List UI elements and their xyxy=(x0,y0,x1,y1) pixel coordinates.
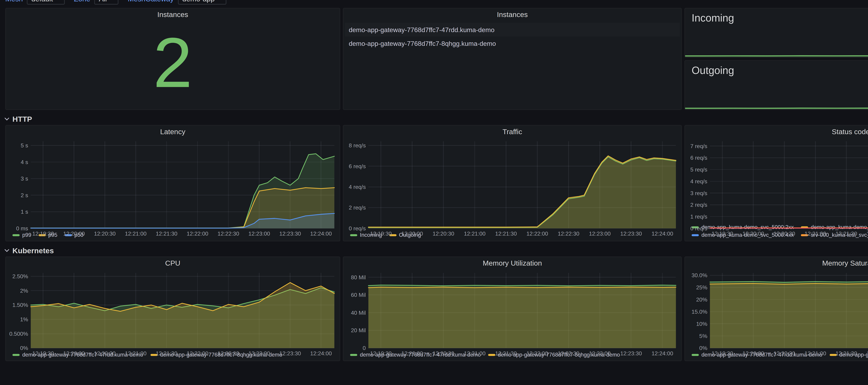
svg-text:12:20:00: 12:20:00 xyxy=(401,350,423,356)
outgoing-title[interactable]: Outgoing xyxy=(692,65,734,76)
panel-title[interactable]: Memory Utilization xyxy=(344,257,681,269)
svg-text:2.50%: 2.50% xyxy=(12,273,28,280)
svg-text:2%: 2% xyxy=(20,288,28,294)
panel-cpu: CPU 0%0.500%1%1.50%2%2.50%12:19:3012:20:… xyxy=(5,256,340,361)
instance-row[interactable]: demo-app-gateway-7768d7ffc7-47rdd.kuma-d… xyxy=(345,23,680,37)
svg-text:12:21:00: 12:21:00 xyxy=(125,350,147,356)
svg-text:3 req/s: 3 req/s xyxy=(690,190,707,196)
panel-title[interactable]: Memory Saturation xyxy=(685,257,868,269)
svg-text:12:23:00: 12:23:00 xyxy=(589,350,611,356)
svg-text:12:22:00: 12:22:00 xyxy=(867,230,868,237)
svg-text:0%: 0% xyxy=(699,345,707,351)
filter-mesh-dropdown[interactable]: default xyxy=(27,0,65,4)
svg-text:12:24:00: 12:24:00 xyxy=(310,230,332,237)
svg-text:80 Mil: 80 Mil xyxy=(351,274,366,281)
chevron-down-icon xyxy=(4,116,9,120)
svg-text:12:20:00: 12:20:00 xyxy=(63,230,85,237)
svg-text:12:24:00: 12:24:00 xyxy=(652,230,673,237)
svg-text:12:19:30: 12:19:30 xyxy=(712,230,733,237)
outgoing-sparkline[interactable] xyxy=(685,82,868,109)
panel-title[interactable]: CPU xyxy=(6,257,340,269)
overview-row: Instances 2 Instances demo-app-gateway-7… xyxy=(0,8,868,110)
svg-text:6 req/s: 6 req/s xyxy=(349,163,366,169)
svg-text:12:23:00: 12:23:00 xyxy=(248,350,270,356)
filter-mesh-label[interactable]: Mesh xyxy=(5,0,23,3)
memory-saturation-chart[interactable]: 0%5%10%15.0%20%25%30.0%12:19:3012:20:001… xyxy=(685,269,868,351)
svg-text:12:24:00: 12:24:00 xyxy=(310,350,332,356)
svg-text:20%: 20% xyxy=(696,296,707,303)
svg-text:0 ms: 0 ms xyxy=(16,225,28,231)
svg-text:12:22:30: 12:22:30 xyxy=(218,230,239,237)
incoming-title[interactable]: Incoming xyxy=(692,12,734,24)
instance-row[interactable]: demo-app-gateway-7768d7ffc7-8qhgg.kuma-d… xyxy=(345,37,680,50)
filter-meshgateway: MeshGateway demo-app xyxy=(128,0,226,4)
svg-text:0: 0 xyxy=(363,345,366,351)
svg-text:12:21:30: 12:21:30 xyxy=(836,230,857,237)
svg-text:12:19:30: 12:19:30 xyxy=(370,230,392,237)
memory-utilization-chart[interactable]: 020 Mil40 Mil60 Mil80 Mil12:19:3012:20:0… xyxy=(344,269,681,351)
panel-title[interactable]: Traffic xyxy=(344,126,681,138)
svg-text:12:22:30: 12:22:30 xyxy=(558,230,580,237)
svg-text:4 s: 4 s xyxy=(21,159,28,165)
cpu-chart[interactable]: 0%0.500%1%1.50%2%2.50%12:19:3012:20:0012… xyxy=(6,269,340,351)
panel-title[interactable]: Status codes xyxy=(685,126,868,138)
svg-text:12:23:30: 12:23:30 xyxy=(279,230,301,237)
panel-title[interactable]: Latency xyxy=(6,126,340,138)
instances-table: demo-app-gateway-7768d7ffc7-47rdd.kuma-d… xyxy=(344,21,681,53)
traffic-chart[interactable]: 0 req/s2 req/s4 req/s6 req/s8 req/s12:19… xyxy=(344,138,681,231)
dashboard-filters: Mesh default Zone All MeshGateway demo-a… xyxy=(5,0,226,6)
svg-text:1%: 1% xyxy=(20,316,28,322)
row-title: HTTP xyxy=(12,115,32,123)
filter-mesh-value: default xyxy=(31,0,53,3)
svg-text:12:23:30: 12:23:30 xyxy=(279,350,301,356)
filter-meshgateway-value: demo-app xyxy=(182,0,215,3)
filter-mesh: Mesh default xyxy=(5,0,65,4)
filter-zone-label[interactable]: Zone xyxy=(74,0,90,3)
svg-text:25%: 25% xyxy=(696,284,707,291)
grafana-dashboard: Mesh default Zone All MeshGateway demo-a… xyxy=(0,0,868,385)
row-header-http[interactable]: HTTP xyxy=(5,115,868,123)
filter-zone-dropdown[interactable]: All xyxy=(94,0,119,4)
svg-text:0 req/s: 0 req/s xyxy=(349,225,366,231)
svg-text:12:22:00: 12:22:00 xyxy=(526,350,548,356)
svg-text:12:24:00: 12:24:00 xyxy=(652,350,673,356)
svg-text:12:21:00: 12:21:00 xyxy=(804,350,826,356)
svg-text:5%: 5% xyxy=(699,333,707,339)
svg-text:12:21:30: 12:21:30 xyxy=(495,350,517,356)
svg-text:12:19:30: 12:19:30 xyxy=(32,230,54,237)
svg-text:12:22:00: 12:22:00 xyxy=(526,230,548,237)
svg-text:10%: 10% xyxy=(696,321,707,327)
svg-text:4 req/s: 4 req/s xyxy=(690,178,707,185)
svg-text:12:23:00: 12:23:00 xyxy=(248,230,270,237)
svg-text:12:21:30: 12:21:30 xyxy=(495,230,517,237)
status-codes-chart[interactable]: 0 req/s1 req/s2 req/s3 req/s4 req/s5 req… xyxy=(685,138,868,223)
svg-text:12:23:30: 12:23:30 xyxy=(620,230,642,237)
svg-text:12:23:30: 12:23:30 xyxy=(620,350,642,356)
svg-text:12:20:00: 12:20:00 xyxy=(401,230,423,237)
svg-text:12:21:00: 12:21:00 xyxy=(464,350,486,356)
row-title: Kubernetes xyxy=(12,246,54,254)
panel-title[interactable]: Instances xyxy=(344,8,681,21)
svg-text:12:23:00: 12:23:00 xyxy=(589,230,611,237)
panel-title[interactable]: Instances xyxy=(6,8,340,21)
panel-latency: Latency 0 ms1 s2 s3 s4 s5 s12:19:3012:20… xyxy=(5,125,340,242)
filter-zone-value: All xyxy=(99,0,107,3)
svg-text:8 req/s: 8 req/s xyxy=(349,142,366,149)
panel-instances-count: Instances 2 xyxy=(5,8,340,110)
svg-text:12:20:30: 12:20:30 xyxy=(433,230,454,237)
filter-meshgateway-label[interactable]: MeshGateway xyxy=(128,0,174,3)
panel-outgoing: Outgoing 6.56 req/s xyxy=(684,60,868,110)
filter-zone: Zone All xyxy=(74,0,119,4)
svg-text:6 req/s: 6 req/s xyxy=(690,155,707,161)
panel-status-codes: Status codes 0 req/s1 req/s2 req/s3 req/… xyxy=(684,125,868,242)
latency-chart[interactable]: 0 ms1 s2 s3 s4 s5 s12:19:3012:20:0012:20… xyxy=(6,138,340,231)
svg-text:12:20:00: 12:20:00 xyxy=(743,230,764,237)
dashboard-filters-bar: Mesh default Zone All MeshGateway demo-a… xyxy=(0,0,868,6)
svg-text:12:20:00: 12:20:00 xyxy=(63,350,85,356)
svg-text:12:21:30: 12:21:30 xyxy=(836,350,857,356)
filter-meshgateway-dropdown[interactable]: demo-app xyxy=(178,0,226,4)
incoming-sparkline[interactable] xyxy=(685,30,868,57)
svg-text:12:19:30: 12:19:30 xyxy=(712,350,733,356)
svg-text:40 Mil: 40 Mil xyxy=(351,310,366,316)
row-header-kubernetes[interactable]: Kubernetes xyxy=(5,246,868,254)
